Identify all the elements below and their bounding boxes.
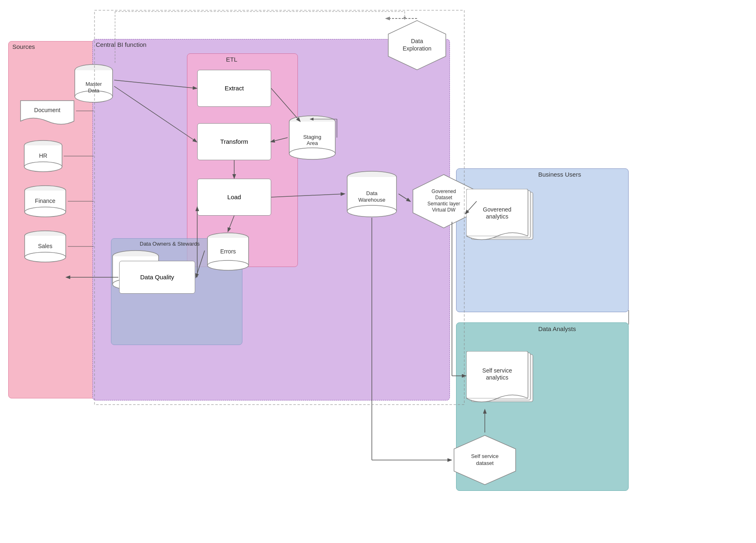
svg-text:Data: Data (366, 190, 378, 196)
hr-node: HR (23, 140, 64, 173)
svg-text:Self service: Self service (482, 367, 512, 374)
svg-text:Goverened: Goverened (483, 206, 511, 213)
governed-analytics-node: Goverened analytics (466, 189, 536, 248)
transform-node: Transform (197, 123, 271, 160)
svg-text:Errors: Errors (220, 248, 236, 255)
data-exploration-node: Data Exploration (386, 18, 448, 74)
svg-text:Sales: Sales (38, 243, 52, 249)
svg-text:Document: Document (34, 107, 60, 113)
svg-text:Self service: Self service (471, 453, 498, 459)
self-service-dataset-node: Self service dataset (452, 433, 518, 488)
master-data-node: Master Data (73, 63, 114, 104)
svg-point-18 (25, 207, 66, 217)
svg-text:Staging: Staging (303, 134, 321, 140)
svg-point-51 (207, 260, 249, 270)
data-quality-node: Data Quality (119, 261, 195, 294)
sources-label: Sources (12, 43, 35, 50)
svg-text:Exploration: Exploration (403, 45, 431, 52)
finance-node: Finance (23, 185, 68, 218)
analysts-label: Data Analysts (538, 325, 576, 332)
svg-text:Semantic layer: Semantic layer (427, 201, 460, 207)
svg-text:Data: Data (411, 38, 423, 44)
svg-text:analytics: analytics (486, 213, 508, 220)
svg-text:Dataset: Dataset (435, 195, 452, 200)
diagram: Sources Central BI function ETL Data Own… (0, 0, 756, 543)
errors-node: Errors (205, 232, 251, 273)
owners-label: Data Owners & Stewards (140, 241, 200, 247)
extract-node: Extract (197, 70, 271, 107)
svg-text:Data: Data (88, 87, 99, 94)
svg-text:Area: Area (307, 140, 318, 146)
self-service-analytics-node: Self service analytics (466, 351, 536, 410)
document-node: Document (18, 99, 76, 127)
svg-text:dataset: dataset (476, 460, 494, 466)
svg-point-37 (289, 148, 335, 159)
svg-text:Master: Master (85, 81, 102, 87)
staging-area-node: Staging Area (288, 115, 337, 162)
svg-text:Warehouse: Warehouse (358, 197, 385, 203)
etl-label: ETL (226, 56, 237, 63)
sales-node: Sales (23, 230, 68, 263)
svg-text:Finance: Finance (35, 198, 55, 204)
business-label: Business Users (538, 171, 581, 178)
svg-point-12 (24, 162, 62, 172)
svg-point-44 (347, 205, 396, 217)
svg-point-24 (25, 252, 66, 262)
svg-text:HR: HR (39, 152, 47, 159)
data-warehouse-node: Data Warehouse (345, 170, 399, 219)
svg-text:Goverened: Goverened (431, 189, 456, 194)
svg-text:Virtual DW: Virtual DW (432, 207, 456, 213)
central-bi-label: Central BI function (96, 41, 146, 48)
svg-text:analytics: analytics (486, 374, 508, 381)
load-node: Load (197, 179, 271, 216)
